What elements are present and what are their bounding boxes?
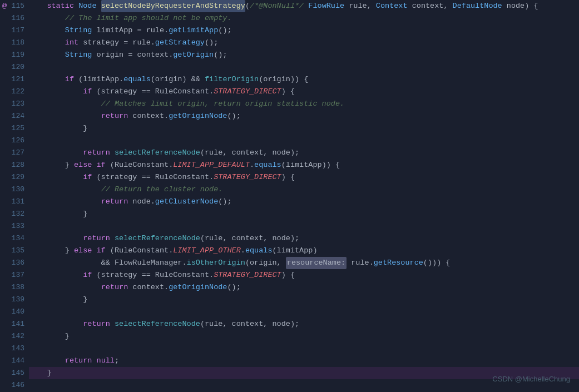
code-line-132: } [29, 208, 579, 220]
code-content: static Node selectNodeByRequesterAndStra… [29, 0, 579, 392]
code-line-144: return null ; [29, 355, 579, 367]
line-number-129: 129 [9, 171, 24, 183]
code-line-126 [29, 135, 579, 147]
line-number-120: 120 [9, 61, 24, 73]
line-number-131: 131 [9, 196, 24, 208]
line-number-142: 142 [9, 330, 24, 343]
line-number-117: 117 [9, 24, 24, 37]
gutter-row-136: 136 [2, 257, 24, 269]
line-number-134: 134 [9, 232, 24, 245]
gutter-row-115: @ 115 [2, 0, 24, 12]
code-line-136: && FlowRuleManager. isOtherOrigin (origi… [29, 257, 579, 269]
gutter-row-119: 119 [2, 49, 24, 61]
line-number-145: 145 [9, 367, 24, 379]
code-line-118: int strategy = rule. getStrategy (); [29, 37, 579, 49]
line-number-143: 143 [9, 343, 24, 355]
line-number-146: 146 [9, 379, 24, 391]
code-line-120 [29, 61, 579, 73]
code-line-134: return selectReferenceNode (rule, contex… [29, 232, 579, 245]
gutter-row-144: 144 [2, 355, 24, 367]
gutter-row-134: 134 [2, 232, 24, 245]
line-number-141: 141 [9, 318, 24, 330]
at-symbol-115: @ [2, 0, 7, 12]
gutter-row-125: 125 [2, 122, 24, 135]
line-number-128: 128 [9, 159, 24, 171]
gutter-row-117: 117 [2, 24, 24, 37]
line-number-115: 115 [9, 0, 24, 12]
gutter-row-123: 123 [2, 98, 24, 110]
gutter-row-142: 142 [2, 330, 24, 343]
code-line-130: // Return the cluster node. [29, 183, 579, 196]
gutter-row-126: 126 [2, 135, 24, 147]
code-line-115: static Node selectNodeByRequesterAndStra… [29, 0, 579, 12]
line-number-116: 116 [9, 12, 24, 24]
code-line-122: if (strategy == RuleConstant. STRATEGY_D… [29, 86, 579, 98]
line-number-127: 127 [9, 147, 24, 159]
code-line-117: String limitApp = rule. getLimitApp (); [29, 24, 579, 37]
code-line-141: return selectReferenceNode (rule, contex… [29, 318, 579, 330]
gutter-row-146: 146 [2, 379, 24, 391]
gutter-row-139: 139 [2, 294, 24, 306]
gutter-row-140: 140 [2, 306, 24, 318]
code-line-143 [29, 343, 579, 355]
line-number-144: 144 [9, 355, 24, 367]
line-number-122: 122 [9, 86, 24, 98]
line-number-133: 133 [9, 220, 24, 232]
code-line-137: if (strategy == RuleConstant. STRATEGY_D… [29, 269, 579, 281]
gutter-row-143: 143 [2, 343, 24, 355]
code-line-128: } else if (RuleConstant. LIMIT_APP_DEFAU… [29, 159, 579, 171]
code-line-125: } [29, 122, 579, 135]
gutter-row-120: 120 [2, 61, 24, 73]
gutter-row-137: 137 [2, 269, 24, 281]
code-line-131: return node. getClusterNode (); [29, 196, 579, 208]
code-line-135: } else if (RuleConstant. LIMIT_APP_OTHER… [29, 245, 579, 257]
code-line-129: if (strategy == RuleConstant. STRATEGY_D… [29, 171, 579, 183]
gutter-row-121: 121 [2, 73, 24, 86]
code-line-142: } [29, 330, 579, 343]
code-line-127: return selectReferenceNode (rule, contex… [29, 147, 579, 159]
gutter-row-127: 127 [2, 147, 24, 159]
code-line-133 [29, 220, 579, 232]
gutter-row-145: 145 [2, 367, 24, 379]
code-line-119: String origin = context. getOrigin (); [29, 49, 579, 61]
code-line-139: } [29, 294, 579, 306]
gutter-row-133: 133 [2, 220, 24, 232]
line-number-121: 121 [9, 73, 24, 86]
line-number-123: 123 [9, 98, 24, 110]
code-editor: @ 115 116 117 118 119 120 121 122 [0, 0, 579, 392]
code-line-124: return context. getOriginNode (); [29, 110, 579, 122]
watermark: CSDN @MichelleChung [492, 373, 570, 385]
line-number-139: 139 [9, 294, 24, 306]
line-gutter: @ 115 116 117 118 119 120 121 122 [0, 0, 29, 392]
line-number-138: 138 [9, 281, 24, 294]
line-number-126: 126 [9, 135, 24, 147]
line-number-125: 125 [9, 122, 24, 135]
code-line-116: // The limit app should not be empty. [29, 12, 579, 24]
gutter-row-118: 118 [2, 37, 24, 49]
code-line-140 [29, 306, 579, 318]
line-number-136: 136 [9, 257, 24, 269]
method-highlight: selectNodeByRequesterAndStrategy [101, 0, 245, 12]
gutter-row-116: 116 [2, 12, 24, 24]
gutter-row-128: 128 [2, 159, 24, 171]
gutter-row-132: 132 [2, 208, 24, 220]
line-number-130: 130 [9, 183, 24, 196]
line-number-132: 132 [9, 208, 24, 220]
line-number-140: 140 [9, 306, 24, 318]
code-line-121: if (limitApp. equals (origin) && filterO… [29, 73, 579, 86]
gutter-row-122: 122 [2, 86, 24, 98]
line-number-118: 118 [9, 37, 24, 49]
gutter-row-138: 138 [2, 281, 24, 294]
gutter-row-141: 141 [2, 318, 24, 330]
line-number-135: 135 [9, 245, 24, 257]
line-number-119: 119 [9, 49, 24, 61]
resource-name-highlight: resourceName: [286, 257, 347, 269]
line-number-137: 137 [9, 269, 24, 281]
gutter-row-135: 135 [2, 245, 24, 257]
code-line-123: // Matches limit origin, return origin s… [29, 98, 579, 110]
gutter-row-124: 124 [2, 110, 24, 122]
gutter-row-131: 131 [2, 196, 24, 208]
gutter-row-130: 130 [2, 183, 24, 196]
code-line-138: return context. getOriginNode (); [29, 281, 579, 294]
gutter-row-129: 129 [2, 171, 24, 183]
